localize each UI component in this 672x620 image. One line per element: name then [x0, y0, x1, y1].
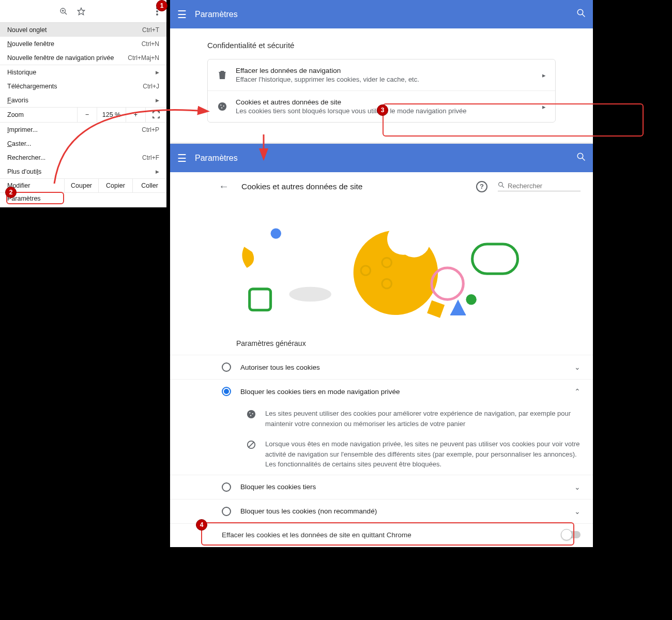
step-badge-2: 2 — [5, 187, 17, 198]
svg-point-18 — [271, 228, 281, 238]
search-icon[interactable] — [576, 152, 586, 164]
expand-icon[interactable]: ⌄ — [574, 507, 581, 516]
svg-point-8 — [577, 9, 583, 15]
svg-rect-25 — [427, 300, 445, 318]
settings-window-cookies: ☰ Paramètres ← Cookies et autres données… — [170, 144, 593, 547]
settings-window-privacy: ☰ Paramètres Confidentialité et sécurité… — [170, 0, 593, 145]
collapse-icon[interactable]: ⌃ — [574, 387, 581, 396]
svg-rect-20 — [250, 289, 271, 310]
general-settings-title: Paramètres généraux — [170, 335, 593, 355]
menu-downloads[interactable]: TéléchargementsCtrl+J — [0, 79, 166, 93]
svg-line-34 — [249, 442, 254, 448]
clear-browsing-data-row[interactable]: Effacer les données de navigation Efface… — [208, 59, 555, 91]
radio-unchecked[interactable] — [222, 507, 231, 516]
option-block-third-incognito[interactable]: Bloquer les cookies tiers en mode naviga… — [170, 379, 593, 403]
menu-new-incognito[interactable]: Nouvelle fenêtre de navigation privéeCtr… — [0, 51, 166, 65]
highlight-step-4 — [201, 522, 574, 546]
clear-data-subtitle: Effacer l'historique, supprimer les cook… — [236, 75, 534, 83]
menu-history[interactable]: Historique▶ — [0, 65, 166, 79]
cookies-page-header: ← Cookies et autres données de site ? — [170, 172, 593, 201]
step-badge-3: 3 — [377, 104, 388, 116]
settings-header-2: ☰ Paramètres — [170, 144, 593, 172]
option-block-all[interactable]: Bloquer tous les cookies (non recommandé… — [170, 499, 593, 523]
svg-point-32 — [250, 415, 251, 416]
svg-line-1 — [65, 12, 67, 14]
menu-new-window[interactable]: Nouvelle fenêtreCtrl+N — [0, 37, 166, 51]
copy-button[interactable]: Copier — [99, 179, 133, 192]
help-icon[interactable]: ? — [476, 181, 487, 192]
menu-settings[interactable]: Paramètres 2 — [0, 193, 166, 207]
cookies-page-title: Cookies et autres données de site — [241, 182, 466, 191]
search-input[interactable] — [508, 182, 581, 190]
settings-title: Paramètres — [195, 10, 568, 19]
chrome-menu-panel: 1 Nouvel ongletCtrl+T Nouvelle fenêtreCt… — [0, 0, 166, 207]
step-badge-4: 4 — [196, 519, 207, 531]
step-badge-1: 1 — [156, 0, 167, 11]
search-icon-small — [498, 182, 505, 190]
privacy-section-title: Confidentialité et sécurité — [170, 28, 593, 59]
trash-icon — [217, 70, 227, 80]
svg-line-15 — [582, 158, 585, 160]
svg-marker-4 — [78, 8, 84, 14]
svg-point-11 — [220, 104, 221, 105]
search-field[interactable] — [498, 182, 581, 191]
svg-point-19 — [289, 287, 331, 302]
radio-checked[interactable] — [222, 387, 231, 396]
cut-button[interactable]: Couper — [65, 179, 99, 192]
search-icon[interactable] — [576, 8, 586, 20]
svg-marker-27 — [450, 299, 466, 315]
svg-point-6 — [156, 10, 158, 12]
svg-line-17 — [502, 186, 504, 188]
zoom-icon[interactable] — [58, 6, 69, 17]
arrow-3-down — [258, 134, 274, 165]
star-icon[interactable] — [75, 6, 87, 17]
paste-button[interactable]: Coller — [133, 179, 166, 192]
svg-point-14 — [577, 153, 583, 159]
svg-line-9 — [582, 14, 585, 17]
svg-point-16 — [499, 183, 503, 187]
svg-point-12 — [223, 105, 224, 107]
option-allow-all[interactable]: Autoriser tous les cookies ⌄ — [170, 355, 593, 379]
clear-data-title: Effacer les données de navigation — [236, 67, 534, 74]
block-icon — [247, 439, 256, 470]
description-row-1: Les sites peuvent utiliser des cookies p… — [170, 403, 593, 434]
expand-icon[interactable]: ⌄ — [574, 363, 581, 371]
arrow-2-to-3 — [47, 109, 227, 171]
menu-edit-row: Modifier Couper Copier Coller — [0, 178, 166, 193]
menu-icon[interactable]: ☰ — [177, 8, 187, 21]
chevron-right-icon: ▸ — [542, 71, 546, 79]
cookie-icon-small — [247, 409, 256, 429]
highlight-step-3 — [383, 103, 644, 137]
description-row-2: Lorsque vous êtes en mode navigation pri… — [170, 434, 593, 475]
more-menu-button[interactable]: 1 — [151, 5, 163, 18]
cookies-illustration — [207, 211, 556, 325]
radio-unchecked[interactable] — [222, 482, 231, 492]
browser-toolbar-fragment: 1 — [0, 0, 166, 23]
menu-new-tab[interactable]: Nouvel ongletCtrl+T — [0, 23, 166, 37]
expand-icon[interactable]: ⌄ — [574, 483, 581, 491]
radio-unchecked[interactable] — [222, 362, 231, 372]
menu-favorites[interactable]: Favoris▶ — [0, 93, 166, 107]
settings-header: ☰ Paramètres — [170, 0, 593, 28]
svg-point-30 — [249, 412, 250, 413]
settings-title-2: Paramètres — [195, 154, 568, 163]
svg-point-7 — [156, 13, 158, 16]
option-block-third[interactable]: Bloquer les cookies tiers ⌄ — [170, 475, 593, 499]
svg-point-28 — [466, 294, 476, 305]
svg-point-29 — [247, 410, 255, 418]
svg-point-31 — [252, 413, 253, 414]
back-button[interactable]: ← — [219, 180, 231, 192]
